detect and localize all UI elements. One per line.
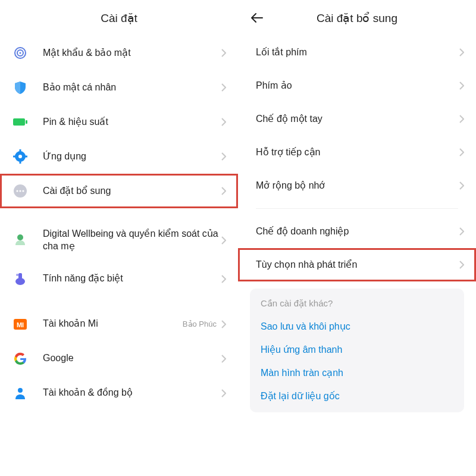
row-enterprise-mode[interactable]: Chế độ doanh nghiệp [238, 215, 476, 248]
header: Cài đặt [0, 0, 238, 36]
row-sub: Bảo Phúc [183, 320, 217, 328]
gear-icon [12, 148, 29, 165]
svg-point-6 [18, 155, 22, 158]
row-label: Hỗ trợ tiếp cận [256, 146, 459, 159]
link-factory-reset[interactable]: Đặt lại dữ liệu gốc [261, 384, 453, 408]
row-label: Phím ảo [256, 80, 459, 92]
row-label: Mật khẩu & bảo mật [43, 47, 221, 60]
svg-point-18 [16, 274, 18, 276]
row-label: Pin & hiệu suất [43, 116, 221, 129]
link-sound-effects[interactable]: Hiệu ứng âm thanh [261, 338, 453, 361]
row-accounts-sync[interactable]: Tài khoản & đồng bộ [0, 376, 238, 411]
svg-point-2 [20, 52, 21, 54]
chevron-right-icon [221, 83, 226, 92]
row-virtual-keys[interactable]: Phím ảo [238, 69, 476, 102]
additional-settings-list: Lối tắt phím Phím ảo Chế độ một tay Hỗ t… [238, 36, 476, 412]
chevron-right-icon [221, 275, 226, 283]
row-label: Chế độ một tay [256, 113, 459, 126]
row-battery[interactable]: Pin & hiệu suất [0, 105, 238, 139]
arrow-left-icon [251, 13, 263, 23]
page-title: Cài đặt bổ sung [317, 11, 397, 25]
mi-logo-icon: MI [12, 316, 29, 333]
fingerprint-icon [12, 45, 29, 61]
svg-point-15 [17, 234, 23, 240]
row-google[interactable]: Google [0, 342, 238, 376]
settings-list: Mật khẩu & bảo mật Bảo mật cá nhân Pin &… [0, 36, 238, 411]
back-button[interactable] [249, 10, 265, 26]
dots-circle-icon [12, 183, 29, 199]
svg-point-14 [22, 190, 24, 192]
row-label: Digital Wellbeing và quyền kiểm soát của… [43, 228, 221, 253]
chevron-right-icon [459, 115, 464, 123]
svg-point-12 [16, 190, 18, 192]
row-label: Tài khoản & đồng bộ [43, 387, 221, 399]
row-accessibility[interactable]: Hỗ trợ tiếp cận [238, 136, 476, 169]
battery-icon [12, 114, 29, 130]
row-additional-settings[interactable]: Cài đặt bổ sung [0, 174, 238, 208]
additional-settings-screen: Cài đặt bổ sung Lối tắt phím Phím ảo Chế… [238, 0, 476, 476]
row-label: Tính năng đặc biệt [43, 273, 221, 285]
row-label: Tài khoản Mi [43, 318, 183, 330]
svg-rect-4 [26, 120, 27, 124]
row-label: Tùy chọn nhà phát triển [256, 259, 459, 271]
chevron-right-icon [221, 49, 226, 57]
row-special-features[interactable]: Tính năng đặc biệt [0, 262, 238, 296]
chevron-right-icon [221, 152, 226, 161]
row-one-handed-mode[interactable]: Chế độ một tay [238, 102, 476, 136]
user-sync-icon [12, 385, 29, 402]
svg-text:MI: MI [17, 321, 24, 328]
row-digital-wellbeing[interactable]: Digital Wellbeing và quyền kiểm soát của… [0, 219, 238, 262]
row-label: Cài đặt bổ sung [43, 185, 221, 198]
chevron-right-icon [221, 187, 226, 195]
google-icon [12, 350, 29, 367]
row-mi-account[interactable]: MI Tài khoản Mi Bảo Phúc [0, 307, 238, 342]
row-label: Ứng dụng [43, 151, 221, 163]
chevron-right-icon [459, 181, 464, 190]
row-label: Lối tắt phím [256, 46, 459, 59]
row-memory-extension[interactable]: Mở rộng bộ nhớ [238, 169, 476, 202]
row-key-shortcuts[interactable]: Lối tắt phím [238, 36, 476, 69]
more-settings-box: Cần cài đặt khác? Sao lưu và khôi phục H… [250, 289, 464, 412]
chevron-right-icon [459, 82, 464, 90]
chevron-right-icon [459, 148, 464, 156]
header: Cài đặt bổ sung [238, 0, 476, 36]
chevron-right-icon [221, 118, 226, 126]
link-edge-screen[interactable]: Màn hình tràn cạnh [261, 361, 453, 384]
row-label: Google [43, 352, 221, 365]
svg-point-21 [18, 388, 23, 393]
chevron-right-icon [221, 236, 226, 245]
more-settings-question: Cần cài đặt khác? [261, 298, 453, 309]
shield-icon [12, 79, 29, 96]
svg-rect-17 [18, 273, 22, 279]
divider [256, 208, 458, 209]
row-label: Bảo mật cá nhân [43, 82, 221, 94]
page-title: Cài đặt [101, 11, 137, 25]
row-developer-options[interactable]: Tùy chọn nhà phát triển [238, 248, 476, 281]
row-label: Chế độ doanh nghiệp [256, 226, 459, 238]
row-password-security[interactable]: Mật khẩu & bảo mật [0, 36, 238, 70]
chevron-right-icon [459, 227, 464, 236]
row-label: Mở rộng bộ nhớ [256, 180, 459, 192]
settings-screen: Cài đặt Mật khẩu & bảo mật Bảo mật cá nh… [0, 0, 238, 476]
row-apps[interactable]: Ứng dụng [0, 139, 238, 174]
svg-rect-3 [13, 118, 25, 126]
wellbeing-icon [12, 232, 29, 249]
chevron-right-icon [221, 389, 226, 397]
svg-point-13 [19, 190, 21, 192]
flask-icon [12, 271, 29, 287]
chevron-right-icon [459, 48, 464, 57]
chevron-right-icon [459, 261, 464, 269]
chevron-right-icon [221, 355, 226, 363]
link-backup-restore[interactable]: Sao lưu và khôi phục [261, 315, 453, 338]
chevron-right-icon [221, 320, 226, 328]
row-privacy[interactable]: Bảo mật cá nhân [0, 70, 238, 105]
